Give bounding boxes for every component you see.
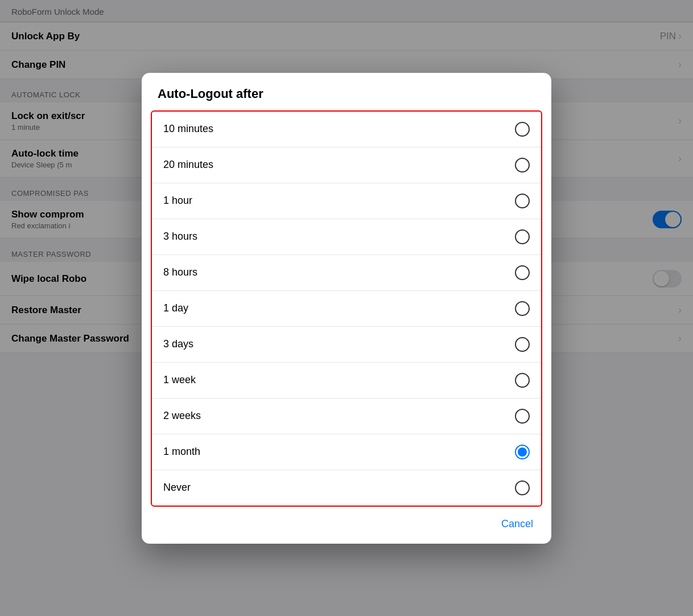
option-item[interactable]: 3 hours <box>152 219 541 255</box>
radio-button[interactable] <box>515 158 530 173</box>
cancel-button[interactable]: Cancel <box>497 516 538 532</box>
option-item[interactable]: 20 minutes <box>152 147 541 183</box>
option-item[interactable]: 2 weeks <box>152 399 541 434</box>
radio-button[interactable] <box>515 481 530 495</box>
option-label: Never <box>163 482 191 494</box>
option-item[interactable]: 1 month <box>152 434 541 470</box>
option-label: 10 minutes <box>163 123 213 135</box>
option-item[interactable]: 1 hour <box>152 183 541 219</box>
radio-button[interactable] <box>515 122 530 137</box>
option-label: 2 weeks <box>163 410 201 422</box>
option-item[interactable]: 8 hours <box>152 255 541 291</box>
option-label: 1 month <box>163 446 200 458</box>
radio-button[interactable] <box>515 301 530 316</box>
option-label: 1 hour <box>163 195 192 207</box>
options-list: 10 minutes20 minutes1 hour3 hours8 hours… <box>151 110 542 507</box>
radio-button[interactable] <box>515 409 530 424</box>
option-item[interactable]: 1 week <box>152 363 541 399</box>
radio-button[interactable] <box>515 265 530 280</box>
modal-overlay: Auto-Logout after 10 minutes20 minutes1 … <box>0 0 693 616</box>
radio-button[interactable] <box>515 229 530 244</box>
radio-button[interactable] <box>515 194 530 208</box>
option-label: 8 hours <box>163 266 197 278</box>
option-item[interactable]: 1 day <box>152 291 541 327</box>
option-item[interactable]: Never <box>152 470 541 506</box>
auto-logout-dialog: Auto-Logout after 10 minutes20 minutes1 … <box>142 73 551 544</box>
radio-inner-dot <box>518 447 527 457</box>
radio-button[interactable] <box>515 445 530 459</box>
option-label: 3 hours <box>163 231 197 243</box>
dialog-footer: Cancel <box>142 507 551 544</box>
option-item[interactable]: 3 days <box>152 327 541 363</box>
option-label: 3 days <box>163 338 193 350</box>
radio-button[interactable] <box>515 373 530 388</box>
option-label: 20 minutes <box>163 159 213 171</box>
dialog-title: Auto-Logout after <box>142 73 551 110</box>
option-item[interactable]: 10 minutes <box>152 112 541 147</box>
radio-button[interactable] <box>515 337 530 352</box>
option-label: 1 day <box>163 302 188 314</box>
option-label: 1 week <box>163 374 196 386</box>
